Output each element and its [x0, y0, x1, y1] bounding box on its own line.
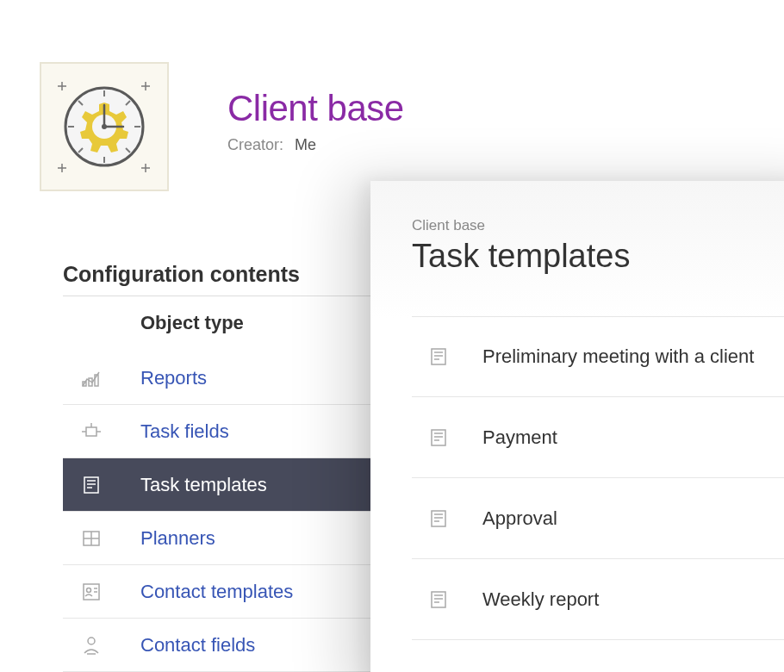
task-field-icon [80, 420, 103, 443]
chart-icon [80, 367, 103, 389]
clock-gear-icon [53, 75, 156, 178]
sidebar-item-label: Contact fields [140, 634, 255, 656]
sidebar-item-label: Task fields [140, 420, 229, 443]
svg-rect-28 [84, 477, 98, 493]
task-templates-panel: Client base Task templates Preliminary m… [370, 181, 784, 672]
creator-line: Creator: Me [227, 136, 404, 154]
header-text: Client base Creator: Me [227, 62, 404, 154]
creator-value: Me [295, 136, 316, 153]
template-icon [429, 590, 448, 609]
contact-template-icon [80, 581, 103, 603]
svg-rect-24 [86, 427, 96, 436]
template-label: Approval [482, 507, 557, 530]
creator-label: Creator: [227, 136, 283, 153]
template-row[interactable]: Weekly report [412, 559, 784, 640]
svg-rect-41 [432, 349, 445, 364]
template-icon [429, 509, 448, 528]
logo-box [40, 62, 169, 191]
sidebar-item-label: Task templates [140, 474, 267, 496]
svg-rect-53 [432, 592, 445, 607]
panel-title: Task templates [412, 238, 784, 275]
header: Client base Creator: Me [0, 0, 784, 191]
template-row[interactable]: Preliminary meeting with a client [412, 316, 784, 397]
template-row[interactable]: Approval [412, 478, 784, 559]
svg-point-39 [88, 638, 95, 644]
template-label: Weekly report [482, 588, 599, 611]
svg-rect-45 [432, 430, 445, 445]
template-icon [429, 347, 448, 366]
breadcrumb: Client base [412, 217, 784, 234]
svg-point-36 [87, 588, 91, 592]
grid-icon [80, 527, 103, 550]
template-row[interactable]: Payment [412, 397, 784, 478]
page-title: Client base [227, 88, 404, 129]
template-icon [80, 474, 103, 496]
svg-point-20 [102, 124, 107, 129]
template-label: Payment [482, 426, 557, 449]
sidebar-item-label: Reports [140, 367, 207, 389]
template-label: Preliminary meeting with a client [482, 345, 754, 368]
contact-field-icon [80, 634, 103, 656]
template-list: Preliminary meeting with a client Paymen… [412, 316, 784, 640]
sidebar-item-label: Planners [140, 527, 215, 550]
template-icon [429, 428, 448, 447]
sidebar-item-label: Contact templates [140, 581, 293, 603]
svg-rect-49 [432, 511, 445, 526]
